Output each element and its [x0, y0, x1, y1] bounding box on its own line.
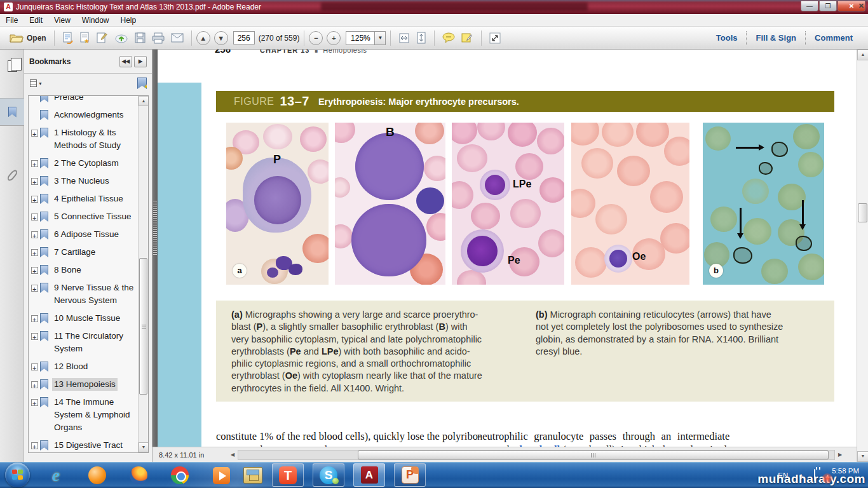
- new-bookmark-icon[interactable]: [137, 78, 147, 89]
- scroll-up-icon[interactable]: ▲: [139, 96, 149, 106]
- print-button[interactable]: [149, 30, 168, 46]
- file-manager-icon[interactable]: [241, 464, 264, 487]
- bookmarks-options-button[interactable]: ▼: [29, 78, 43, 89]
- fill-sign-button[interactable]: Fill & Sign: [747, 30, 805, 46]
- expand-icon[interactable]: [31, 442, 38, 449]
- expand-icon[interactable]: [31, 285, 38, 292]
- scroll-down-icon[interactable]: ▼: [139, 442, 149, 452]
- bookmarks-tab[interactable]: [0, 98, 24, 126]
- scrollbar-thumb[interactable]: [139, 258, 147, 395]
- expand-panel-button[interactable]: ▶: [134, 56, 147, 67]
- sticky-note-icon: [461, 32, 473, 44]
- expand-icon[interactable]: [31, 381, 38, 388]
- sign-doc-button[interactable]: [93, 30, 112, 46]
- t-app-glyph: T: [279, 466, 297, 484]
- menu-edit[interactable]: Edit: [24, 15, 48, 26]
- bookmark-item[interactable]: 4 Epithelial Tissue: [30, 190, 137, 208]
- expand-icon[interactable]: [31, 130, 38, 137]
- page-thumbnails-tab[interactable]: [0, 52, 24, 80]
- scroll-right-icon[interactable]: ▶: [835, 450, 845, 460]
- expand-icon[interactable]: [31, 363, 38, 370]
- panel-splitter[interactable]: [153, 50, 158, 462]
- bookmark-item[interactable]: 10 Muscle Tissue: [30, 309, 137, 327]
- bookmark-item[interactable]: 12 Blood: [30, 358, 137, 376]
- fullscreen-button[interactable]: [486, 30, 504, 46]
- menu-window[interactable]: Window: [76, 15, 115, 26]
- expand-icon[interactable]: [31, 160, 38, 167]
- document-scrollbar[interactable]: ▲ ▼: [857, 50, 868, 462]
- next-page-button[interactable]: ▼: [214, 31, 228, 45]
- cloud-upload-button[interactable]: [112, 30, 132, 46]
- bookmark-icon: [40, 176, 48, 186]
- cloud-upload-icon: [115, 32, 128, 44]
- scroll-up-icon[interactable]: ▲: [857, 50, 868, 60]
- scroll-down-icon[interactable]: ▼: [857, 451, 868, 462]
- menu-help[interactable]: Help: [115, 15, 142, 26]
- previous-page-button[interactable]: ▲: [196, 31, 210, 45]
- powerpoint-icon[interactable]: P: [394, 463, 426, 487]
- bookmark-item[interactable]: Acknowledgments: [30, 106, 137, 124]
- expand-icon[interactable]: [31, 249, 38, 256]
- splitter-grip[interactable]: [153, 201, 157, 255]
- bookmarks-scrollbar[interactable]: ▲ ▼: [138, 96, 148, 452]
- comment-bubble-button[interactable]: [439, 30, 458, 45]
- start-button[interactable]: [5, 463, 30, 487]
- zoom-level-select[interactable]: 125% ▼: [346, 31, 386, 45]
- bookmark-item[interactable]: 7 Cartilage: [30, 243, 137, 261]
- firefox-icon[interactable]: [127, 464, 150, 487]
- fit-page-button[interactable]: [413, 30, 430, 46]
- bookmark-item[interactable]: 3 The Nucleus: [30, 172, 137, 190]
- tools-button[interactable]: Tools: [707, 30, 747, 46]
- bookmark-item[interactable]: 9 Nerve Tissue & the Nervous System: [30, 279, 137, 309]
- menu-view[interactable]: View: [48, 15, 76, 26]
- bookmark-item[interactable]: 11 The Circulatory System: [30, 327, 137, 358]
- chrome-icon[interactable]: [168, 464, 191, 487]
- expand-icon[interactable]: [31, 333, 38, 340]
- bookmark-item[interactable]: 13 Hemopoiesis: [30, 376, 137, 393]
- menu-file[interactable]: File: [0, 15, 24, 26]
- email-button[interactable]: [168, 31, 187, 44]
- bookmark-item[interactable]: 8 Bone: [30, 261, 137, 279]
- page-number-input[interactable]: [233, 31, 255, 44]
- minimize-button[interactable]: —: [801, 1, 818, 11]
- expand-icon[interactable]: [31, 399, 38, 406]
- orange-player-icon[interactable]: [86, 464, 109, 487]
- collapse-panel-button[interactable]: ◀◀: [119, 56, 132, 67]
- export-doc-button[interactable]: ★: [76, 30, 93, 46]
- zoom-in-button[interactable]: +: [327, 31, 341, 45]
- bookmark-item[interactable]: 6 Adipose Tissue: [30, 226, 137, 243]
- bookmark-item[interactable]: 5 Connective Tissue: [30, 208, 137, 226]
- t-app-icon[interactable]: T: [272, 463, 304, 487]
- send-file-button[interactable]: [59, 30, 76, 46]
- expand-icon[interactable]: [31, 214, 38, 220]
- bookmark-item[interactable]: Preface: [30, 95, 137, 106]
- bookmark-item[interactable]: 15 Digestive Tract: [30, 437, 137, 453]
- internet-explorer-icon[interactable]: e: [44, 464, 67, 487]
- bookmark-item[interactable]: 1 Histology & Its Methods of Study: [30, 124, 137, 154]
- expand-icon[interactable]: [31, 196, 38, 203]
- open-button[interactable]: Open: [6, 30, 50, 45]
- zoom-out-button[interactable]: −: [309, 31, 323, 45]
- bookmark-item[interactable]: 2 The Cytoplasm: [30, 154, 137, 172]
- comment-button[interactable]: Comment: [806, 30, 862, 46]
- bookmark-icon: [40, 128, 48, 138]
- expand-icon[interactable]: [31, 267, 38, 274]
- expand-icon[interactable]: [31, 231, 38, 238]
- bookmark-item[interactable]: 14 The Immune System & Lymphoid Organs: [30, 393, 137, 437]
- scrollbar-thumb[interactable]: [858, 203, 867, 222]
- scroll-left-icon[interactable]: ◀: [227, 450, 238, 460]
- sticky-note-button[interactable]: [458, 30, 477, 46]
- fit-width-button[interactable]: [395, 30, 413, 46]
- scrollbar-thumb[interactable]: [358, 451, 829, 459]
- expand-icon[interactable]: [31, 315, 38, 322]
- attachments-tab[interactable]: [0, 161, 24, 189]
- skype-icon[interactable]: S: [313, 463, 344, 487]
- restore-button[interactable]: ❐: [819, 1, 837, 11]
- save-button[interactable]: [132, 30, 149, 45]
- chevron-down-icon[interactable]: ▼: [375, 31, 386, 45]
- horizontal-scrollbar[interactable]: ◀ ▶: [227, 449, 845, 460]
- expand-icon[interactable]: [31, 178, 38, 185]
- menubar-close-icon[interactable]: ✕: [858, 2, 864, 10]
- media-player-icon[interactable]: [210, 464, 233, 487]
- adobe-reader-icon[interactable]: A: [353, 463, 385, 487]
